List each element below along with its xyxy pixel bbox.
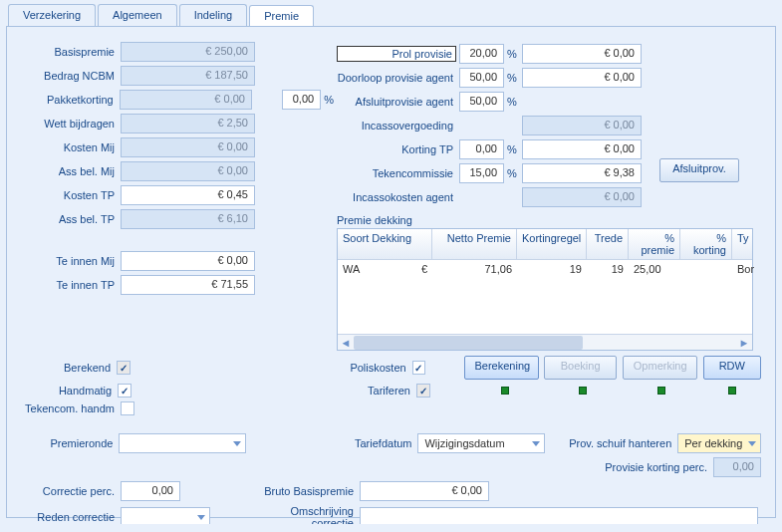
- label-handmatig: Handmatig: [21, 385, 118, 397]
- label-incasso-verg: Incassovergoeding: [337, 120, 459, 132]
- dropdown-tariefdatum-value: Wijzigingsdatum: [424, 437, 504, 449]
- label-bruto-basispremie: Bruto Basispremie: [260, 485, 360, 497]
- tab-premie[interactable]: Premie: [249, 5, 314, 27]
- status-icon-rdw: [728, 387, 736, 395]
- amt-doorloop[interactable]: € 0,00: [522, 68, 642, 88]
- input-omschrijving-correctie[interactable]: [360, 507, 758, 524]
- label-kosten-tp: Kosten TP: [21, 189, 121, 201]
- pct-sign: %: [321, 94, 335, 106]
- opmerking-button: Opmerking: [623, 356, 697, 380]
- dropdown-tariefdatum[interactable]: Wijzigingsdatum: [417, 433, 545, 453]
- rdw-button[interactable]: RDW: [703, 356, 761, 380]
- label-te-innen-mij: Te innen Mij: [21, 255, 121, 267]
- input-korting-tp[interactable]: 0,00: [459, 139, 504, 159]
- input-tekencommissie[interactable]: 15,00: [459, 163, 504, 183]
- amt-incasso-verg: € 0,00: [522, 116, 642, 135]
- val-bedrag-ncbm: € 187,50: [121, 66, 255, 86]
- scroll-left-icon[interactable]: ◄: [338, 336, 354, 350]
- afsluitprov-button[interactable]: Afsluitprov.: [659, 158, 739, 182]
- tab-algemeen[interactable]: Algemeen: [98, 4, 177, 26]
- premie-panel: Basispremie€ 250,00 Bedrag NCBM€ 187,50 …: [6, 26, 776, 518]
- tab-bar: Verzekering Algemeen Indeling Premie: [0, 0, 782, 26]
- chevron-down-icon: [233, 441, 241, 446]
- amt-tekencommissie[interactable]: € 9,38: [522, 163, 642, 183]
- left-column: Basispremie€ 250,00 Bedrag NCBM€ 187,50 …: [21, 41, 335, 298]
- amt-prol[interactable]: € 0,00: [522, 44, 642, 64]
- premie-dekking-table[interactable]: Soort Dekking Netto Premie Kortingregel …: [337, 228, 753, 351]
- dropdown-premieronde[interactable]: [119, 433, 246, 453]
- th-soort[interactable]: Soort Dekking: [338, 229, 432, 259]
- td-cur: €: [397, 263, 432, 275]
- label-prol-provisie: Prol provisie: [337, 46, 456, 62]
- pct-afsluit: %: [504, 96, 518, 108]
- dropdown-prov-schuif[interactable]: Per dekking: [677, 433, 761, 453]
- td-ty: Bor: [732, 263, 752, 275]
- label-te-innen-tp: Te innen TP: [21, 279, 121, 291]
- val-prov-korting-perc: 0,00: [713, 457, 761, 477]
- dropdown-prov-schuif-value: Per dekking: [684, 437, 742, 449]
- th-ty[interactable]: Ty: [732, 229, 752, 259]
- checkbox-poliskosten[interactable]: [412, 361, 426, 375]
- dropdown-reden-correctie[interactable]: [121, 507, 210, 524]
- label-reden-correctie: Reden correctie: [21, 511, 121, 523]
- section-bottom: Correctie perc. 0,00 Bruto Basispremie €…: [21, 481, 761, 524]
- th-kortingregel[interactable]: Kortingregel: [517, 229, 587, 259]
- checkbox-tekencom-handm[interactable]: [121, 401, 134, 415]
- pct-tekencommissie: %: [504, 167, 518, 179]
- label-pakketkorting: Pakketkorting: [21, 94, 120, 106]
- input-correctie-perc[interactable]: 0,00: [121, 481, 180, 501]
- label-kosten-mij: Kosten Mij: [21, 141, 121, 153]
- boeking-button: Boeking: [544, 356, 617, 380]
- tab-indeling[interactable]: Indeling: [179, 4, 248, 26]
- checkbox-berekend: [117, 361, 130, 375]
- checkbox-handmatig[interactable]: [118, 384, 131, 398]
- label-berekend: Berekend: [21, 362, 117, 374]
- table-header: Soort Dekking Netto Premie Kortingregel …: [338, 229, 752, 260]
- input-te-innen-mij[interactable]: € 0,00: [121, 251, 255, 271]
- section-middle: Berekend Poliskosten Berekening Boeking …: [21, 356, 761, 477]
- scroll-track[interactable]: [354, 336, 736, 350]
- input-doorloop[interactable]: 50,00: [459, 68, 504, 88]
- input-te-innen-tp[interactable]: € 71,55: [121, 275, 255, 295]
- input-prol[interactable]: 20,00: [459, 44, 504, 64]
- label-tekencom-handm: Tekencom. handm: [21, 402, 121, 414]
- th-trede[interactable]: Trede: [587, 229, 629, 259]
- amt-korting-tp[interactable]: € 0,00: [522, 139, 642, 159]
- tab-verzekering[interactable]: Verzekering: [8, 4, 96, 26]
- td-trede: 19: [587, 263, 629, 275]
- label-premieronde: Premieronde: [21, 437, 119, 449]
- label-poliskosten: Poliskosten: [345, 362, 411, 374]
- status-icon-boeking: [579, 387, 587, 395]
- scroll-thumb[interactable]: [354, 336, 583, 350]
- td-netto: 71,06: [432, 263, 517, 275]
- th-pct-korting[interactable]: % korting: [680, 229, 732, 259]
- label-incassokosten: Incassokosten agent: [337, 191, 459, 203]
- input-kosten-tp[interactable]: € 0,45: [121, 185, 255, 205]
- label-omschrijving-correctie: Omschrijving correctie: [250, 505, 360, 524]
- label-afsluit: Afsluitprovisie agent: [337, 96, 459, 108]
- berekening-button[interactable]: Berekening: [464, 356, 539, 380]
- table-hscroll[interactable]: ◄ ►: [338, 334, 752, 350]
- right-column: Afsluitprov.: [659, 41, 774, 182]
- chevron-down-icon: [197, 515, 205, 520]
- label-bedrag-ncbm: Bedrag NCBM: [21, 70, 121, 82]
- table-row[interactable]: WA € 71,06 19 19 25,00 Bor: [338, 260, 752, 278]
- mid-column: Prol provisie20,00%€ 0,00 Doorloop provi…: [337, 43, 655, 351]
- input-afsluit[interactable]: 50,00: [459, 92, 504, 112]
- label-prov-schuif: Prov. schuif hanteren: [565, 437, 677, 449]
- input-pakketkorting-pct[interactable]: 0,00: [282, 90, 322, 110]
- val-basispremie: € 250,00: [121, 42, 255, 62]
- td-kort: 19: [517, 263, 587, 275]
- label-tariefdatum: Tariefdatum: [350, 437, 418, 449]
- val-pakketkorting: € 0,00: [120, 90, 252, 110]
- pct-prol: %: [504, 48, 518, 60]
- table-title: Premie dekking: [337, 214, 655, 226]
- scroll-right-icon[interactable]: ►: [736, 336, 752, 350]
- input-bruto-basispremie[interactable]: € 0,00: [360, 481, 489, 501]
- th-pct-premie[interactable]: % premie: [629, 229, 680, 259]
- label-tariferen: Tariferen: [349, 385, 416, 397]
- pct-doorloop: %: [504, 72, 518, 84]
- amt-incassokosten: € 0,00: [522, 187, 642, 207]
- th-netto[interactable]: Netto Premie: [432, 229, 517, 259]
- status-icon-berekening: [501, 387, 509, 395]
